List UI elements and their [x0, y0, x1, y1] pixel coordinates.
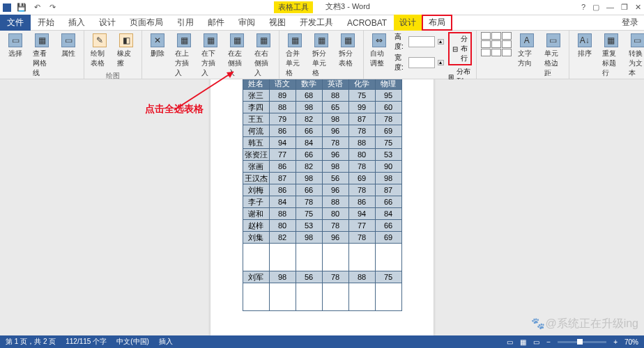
draw-table-button[interactable]: ✎绘制表格 [89, 32, 111, 70]
table-row [243, 244, 401, 271]
maximize-icon[interactable]: ❐ [621, 3, 628, 12]
login-link[interactable]: 登录 [622, 17, 638, 29]
group-alignment: A文字方向 ▭单元格边距 对齐方式 [477, 31, 569, 79]
view-icon[interactable]: ▦ [520, 338, 526, 346]
zoom-slider[interactable] [558, 341, 606, 343]
height-input[interactable] [408, 36, 435, 47]
repeat-header-button[interactable]: ▦重复标题行 [600, 32, 622, 79]
zoom-out[interactable]: − [546, 338, 551, 346]
sort-button[interactable]: A↓排序 [574, 32, 596, 60]
annotation-text: 点击全选表格 [145, 103, 204, 116]
insert-below-button[interactable]: ▦在下方插入 [199, 32, 222, 79]
table-row[interactable]: 何流8666967869 [243, 125, 401, 137]
table-row[interactable]: 刘集8298967869 [243, 232, 401, 244]
table-header[interactable]: 姓名 [243, 79, 269, 90]
tab-table-design[interactable]: 设计 [394, 15, 422, 31]
page: ✥ 成绩表 姓名语文数学英语化学物理张三8968887595李四88986599… [210, 79, 434, 335]
score-table[interactable]: 姓名语文数学英语化学物理张三8968887595李四8898659960王五79… [243, 79, 402, 311]
tab-file[interactable]: 文件 [0, 15, 31, 31]
tab-mailings[interactable]: 邮件 [201, 15, 231, 31]
insert-mode[interactable]: 插入 [159, 337, 173, 347]
ribbon-tabs: 文件 开始 插入 设计 页面布局 引用 邮件 审阅 视图 开发工具 ACROBA… [0, 15, 644, 31]
table-row[interactable]: 刘军9856788875 [243, 271, 401, 283]
split-cells-button[interactable]: ▦拆分单元格 [310, 32, 332, 79]
insert-right-button[interactable]: ▦在右侧插入 [252, 32, 275, 79]
page-count[interactable]: 第 1 页，共 2 页 [6, 337, 56, 347]
ribbon: ▭选择 ▦查看网格线 ▭属性 表 ✎绘制表格 ◧橡皮擦 绘图 ✕删除 ▦在上方插… [0, 31, 644, 79]
status-bar: 第 1 页，共 2 页 112/115 个字 中文(中国) 插入 ▭ ▦ ▭ −… [0, 335, 644, 348]
properties-button[interactable]: ▭属性 [57, 32, 79, 60]
title-bar: 表格工具 文档3 - Word [274, 1, 370, 13]
table-row[interactable]: 张三8968887595 [243, 90, 401, 102]
eraser-button[interactable]: ◧橡皮擦 [115, 32, 137, 70]
tab-acrobat[interactable]: ACROBAT [340, 16, 394, 30]
table-row[interactable]: 张资汪7766968053 [243, 149, 401, 161]
cell-margins-button[interactable]: ▭单元格边距 [542, 32, 565, 79]
tab-insert[interactable]: 插入 [61, 15, 92, 31]
group-merge: ▦合并单元格 ▦拆分单元格 ▦拆分表格 合并 [279, 31, 364, 79]
table-row[interactable]: 赵梓8053787766 [243, 220, 401, 232]
doc-title: 文档3 - Word [325, 1, 370, 13]
tab-table-layout[interactable]: 布局 [422, 15, 452, 31]
window-buttons: ? ▢ — ❐ ✕ [581, 3, 641, 12]
merge-cells-button[interactable]: ▦合并单元格 [284, 32, 306, 79]
table-header[interactable]: 物理 [375, 79, 401, 90]
tab-home[interactable]: 开始 [31, 15, 61, 31]
group-rows-cols: ✕删除 ▦在上方插入 ▦在下方插入 ▦在左侧插入 ▦在右侧插入 行和列 [142, 31, 279, 79]
table-header[interactable]: 数学 [296, 79, 322, 90]
context-tools: 表格工具 [274, 1, 313, 13]
ribbon-toggle-icon[interactable]: ▢ [592, 3, 599, 12]
tab-design[interactable]: 设计 [92, 15, 123, 31]
table-row[interactable]: 李四8898659960 [243, 102, 401, 113]
group-draw: ✎绘制表格 ◧橡皮擦 绘图 [84, 31, 142, 79]
zoom-in[interactable]: + [613, 338, 618, 346]
alignment-grid[interactable] [481, 32, 512, 56]
tab-pagelayout[interactable]: 页面布局 [123, 15, 170, 31]
table-row[interactable]: 王五7982988778 [243, 113, 401, 125]
autofit-button[interactable]: ⇔自动调整 [368, 32, 390, 70]
zoom-level[interactable]: 70% [624, 338, 638, 346]
quick-access-toolbar: 💾 ↶ ↷ 表格工具 文档3 - Word ? ▢ — ❐ ✕ [0, 0, 644, 15]
minimize-icon[interactable]: — [606, 3, 614, 12]
undo-icon[interactable]: ↶ [32, 3, 42, 13]
view-icon[interactable]: ▭ [533, 338, 539, 346]
table-row[interactable]: 王汉杰8798566998 [243, 173, 401, 184]
select-button[interactable]: ▭选择 [4, 32, 26, 60]
document-area: ✥ 成绩表 姓名语文数学英语化学物理张三8968887595李四88986599… [0, 79, 644, 335]
convert-text-button[interactable]: ▭转换为文本 [627, 32, 644, 79]
redo-icon[interactable]: ↷ [47, 3, 57, 13]
split-table-button[interactable]: ▦拆分表格 [337, 32, 359, 70]
insert-left-button[interactable]: ▦在左侧插入 [226, 32, 248, 79]
table-row[interactable]: 张画8682987890 [243, 161, 401, 173]
group-cell-size: ⇔自动调整 高度:▴ 宽度:▴ ⊟ 分布行 ⊞ 分布列 单元格大小 [364, 31, 477, 79]
table-row[interactable]: 李子8478888666 [243, 196, 401, 208]
close-icon[interactable]: ✕ [635, 3, 641, 12]
group-data: A↓排序 ▦重复标题行 ▭转换为文本 fx公式 数据 [569, 31, 644, 79]
word-count[interactable]: 112/115 个字 [66, 337, 107, 347]
table-header[interactable]: 语文 [269, 79, 296, 90]
table-row[interactable]: 韩五9484788875 [243, 137, 401, 149]
tab-devtools[interactable]: 开发工具 [293, 15, 340, 31]
text-direction-button[interactable]: A文字方向 [516, 32, 538, 70]
group-table: ▭选择 ▦查看网格线 ▭属性 表 [0, 31, 84, 79]
insert-above-button[interactable]: ▦在上方插入 [173, 32, 195, 79]
distribute-rows-button[interactable]: ⊟ 分布行 [448, 32, 472, 65]
view-icon[interactable]: ▭ [507, 338, 513, 346]
watermark: 🐾@系统正在升级ing [531, 317, 638, 331]
language[interactable]: 中文(中国) [116, 337, 149, 347]
help-icon[interactable]: ? [581, 3, 585, 12]
table-header[interactable]: 英语 [322, 79, 348, 90]
size-inputs: 高度:▴ 宽度:▴ [394, 32, 444, 72]
tab-view[interactable]: 视图 [262, 15, 293, 31]
table-row[interactable]: 刘梅8666967887 [243, 184, 401, 196]
width-input[interactable] [408, 57, 435, 68]
tab-review[interactable]: 审阅 [231, 15, 262, 31]
delete-button[interactable]: ✕删除 [146, 32, 169, 60]
gridlines-button[interactable]: ▦查看网格线 [31, 32, 53, 79]
table-row[interactable]: 谢和8875809484 [243, 208, 401, 220]
save-icon[interactable]: 💾 [17, 3, 26, 13]
tab-references[interactable]: 引用 [170, 15, 201, 31]
table-header[interactable]: 化学 [348, 79, 375, 90]
word-icon [3, 3, 11, 12]
